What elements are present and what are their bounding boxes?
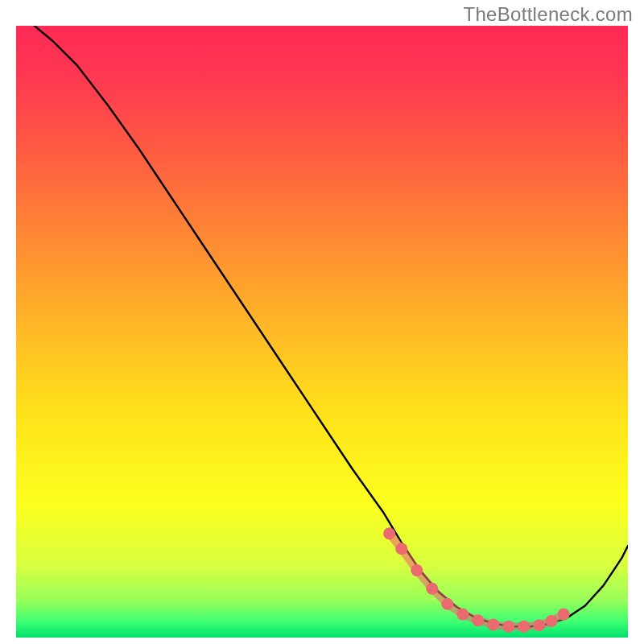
marker-dot (441, 598, 453, 610)
marker-dot (518, 621, 530, 633)
marker-dot (395, 543, 407, 555)
marker-dot (533, 619, 545, 631)
chart-svg (16, 26, 628, 638)
marker-dot (546, 615, 558, 627)
marker-dot (456, 609, 469, 621)
marker-dot (487, 619, 499, 631)
watermark-text: TheBottleneck.com (463, 3, 633, 26)
marker-dot (502, 621, 514, 633)
chart-container: TheBottleneck.com (0, 0, 644, 644)
marker-dot (383, 527, 395, 539)
marker-dot (426, 583, 438, 595)
marker-dot (472, 614, 484, 626)
marker-dot (411, 564, 423, 576)
gradient-background (16, 26, 628, 638)
marker-dot (558, 609, 570, 621)
plot-area (16, 26, 628, 638)
